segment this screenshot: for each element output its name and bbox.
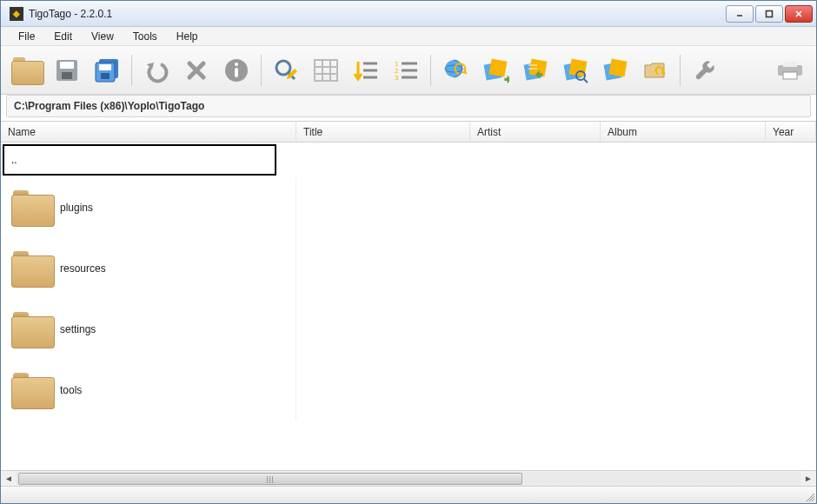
save-all-icon (92, 56, 122, 85)
menu-edit[interactable]: Edit (45, 28, 81, 45)
window-controls (726, 5, 813, 23)
toolbar-separator (261, 55, 262, 86)
svg-rect-9 (99, 64, 111, 70)
column-headers: Name Title Artist Album Year (1, 122, 816, 143)
tag-export-icon (482, 56, 509, 84)
tag-search-icon (561, 56, 589, 84)
wrench-icon (691, 56, 719, 84)
main-area: Name Title Artist Album Year .. plugins … (1, 121, 816, 486)
path-bar[interactable]: C:\Program Files (x86)\Yoplo\TigoTago (6, 95, 811, 117)
save-button[interactable] (50, 53, 84, 88)
menubar: File Edit View Tools Help (1, 27, 816, 46)
tag-folder-icon (641, 56, 669, 84)
open-folder-button[interactable] (10, 53, 44, 88)
svg-rect-10 (101, 73, 110, 79)
row-folder[interactable]: tools (1, 360, 816, 421)
tag-sync-button[interactable] (598, 53, 633, 88)
tag-import-icon (521, 56, 549, 84)
svg-rect-6 (62, 72, 72, 79)
toolbar: 123 (1, 46, 816, 95)
search-edit-icon (272, 56, 300, 84)
delete-icon (184, 58, 209, 83)
scroll-thumb[interactable] (18, 473, 522, 485)
column-artist[interactable]: Artist (470, 122, 601, 142)
svg-line-43 (584, 79, 588, 83)
numbered-list-icon: 123 (393, 58, 419, 83)
row-label: settings (60, 323, 96, 335)
scroll-track[interactable] (17, 472, 800, 486)
web-refresh-button[interactable] (438, 53, 473, 88)
delete-button[interactable] (179, 53, 214, 88)
folder-icon (11, 57, 43, 83)
search-edit-button[interactable] (269, 53, 303, 88)
save-icon (53, 56, 81, 84)
app-window: ◆ TigoTago - 2.2.0.1 File Edit View Tool… (0, 0, 817, 504)
row-folder[interactable]: plugins (1, 177, 816, 238)
save-all-button[interactable] (90, 53, 124, 88)
menu-view[interactable]: View (83, 28, 123, 45)
app-icon: ◆ (10, 7, 23, 21)
window-title: TigoTago - 2.2.0.1 (29, 8, 726, 20)
sort-button[interactable] (349, 53, 383, 88)
folder-icon (11, 251, 53, 286)
svg-text:3: 3 (395, 74, 399, 82)
menu-tools[interactable]: Tools (124, 28, 166, 45)
statusbar (1, 486, 816, 503)
folder-icon (11, 312, 53, 347)
titlebar: ◆ TigoTago - 2.2.0.1 (1, 1, 816, 27)
column-name[interactable]: Name (1, 122, 296, 142)
svg-rect-1 (767, 10, 773, 17)
menu-help[interactable]: Help (168, 28, 207, 45)
tag-folder-button[interactable] (638, 53, 673, 88)
folder-icon (11, 373, 53, 408)
tag-sync-icon (601, 56, 629, 84)
toolbar-separator (680, 55, 681, 86)
undo-icon (143, 57, 169, 83)
row-folder[interactable]: settings (1, 299, 816, 360)
path-text: C:\Program Files (x86)\Yoplo\TigoTago (14, 100, 204, 112)
row-folder[interactable]: resources (1, 238, 816, 299)
toolbar-separator (430, 55, 431, 86)
row-label: .. (11, 154, 17, 166)
svg-point-16 (276, 61, 290, 75)
horizontal-scrollbar[interactable]: ◄ ► (1, 470, 816, 486)
table-button[interactable] (309, 53, 343, 88)
scroll-left-arrow[interactable]: ◄ (1, 472, 17, 486)
minimize-button[interactable] (726, 5, 754, 23)
tag-import-button[interactable] (518, 53, 553, 88)
scroll-right-arrow[interactable]: ► (800, 472, 816, 486)
close-button[interactable] (785, 5, 813, 23)
svg-rect-18 (315, 60, 337, 81)
tag-search-button[interactable] (558, 53, 593, 88)
row-label: resources (60, 262, 106, 275)
svg-rect-47 (783, 62, 797, 67)
svg-rect-48 (783, 72, 797, 79)
globe-refresh-icon (442, 56, 469, 84)
svg-rect-35 (489, 58, 508, 76)
file-list: .. plugins resources settings (1, 143, 816, 470)
resize-grip[interactable] (804, 491, 814, 501)
printer-icon (776, 60, 804, 81)
row-label: tools (60, 384, 82, 396)
folder-icon (11, 190, 53, 225)
table-icon (313, 58, 339, 83)
print-button[interactable] (773, 53, 807, 88)
row-label: plugins (60, 202, 93, 214)
settings-button[interactable] (687, 53, 722, 88)
row-up[interactable]: .. (3, 144, 276, 176)
toolbar-separator (131, 55, 132, 86)
menu-file[interactable]: File (10, 28, 43, 45)
undo-button[interactable] (139, 53, 174, 88)
column-album[interactable]: Album (601, 122, 766, 142)
svg-rect-15 (235, 68, 238, 77)
maximize-button[interactable] (755, 5, 783, 23)
svg-point-14 (235, 63, 238, 66)
info-button[interactable] (219, 53, 254, 88)
sort-icon (353, 58, 379, 83)
info-icon (223, 56, 250, 84)
svg-rect-5 (60, 62, 74, 69)
tag-export-button[interactable] (478, 53, 513, 88)
column-year[interactable]: Year (766, 122, 816, 142)
column-title[interactable]: Title (296, 122, 470, 142)
numbered-list-button[interactable]: 123 (389, 53, 423, 88)
